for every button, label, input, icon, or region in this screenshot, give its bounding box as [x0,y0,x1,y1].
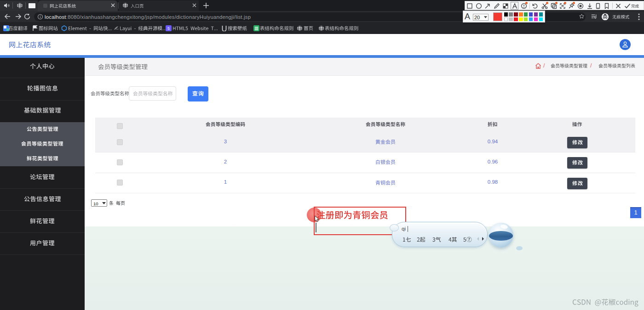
svg-text:5: 5 [167,26,170,31]
